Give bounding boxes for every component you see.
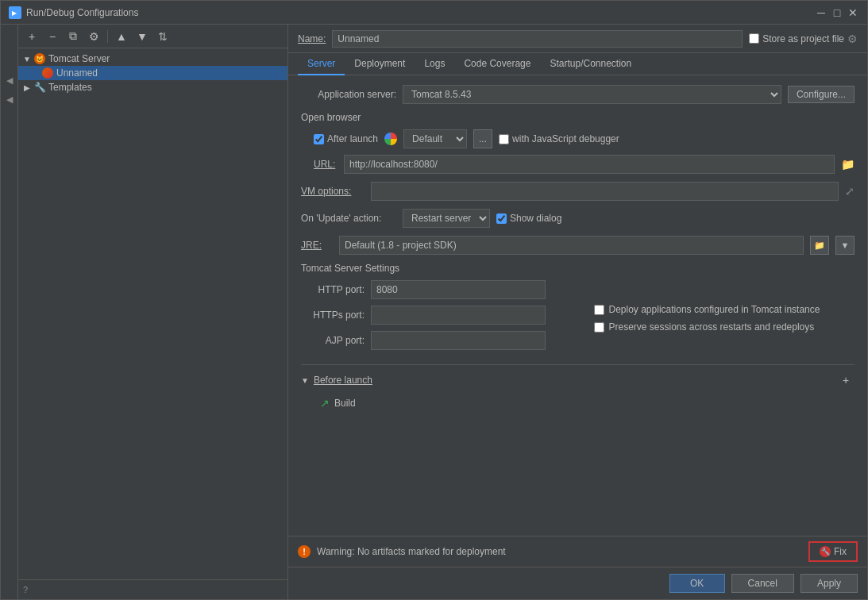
name-row: Name: Store as project file ⚙ — [288, 25, 867, 53]
ajp-port-row: AJP port: — [301, 331, 575, 350]
tree-group-templates[interactable]: ▶ 🔧 Templates — [18, 80, 287, 94]
preserve-row: Preserve sessions across restarts and re… — [594, 321, 855, 333]
browser-dots-button[interactable]: ... — [473, 129, 492, 148]
fix-label: Fix — [834, 546, 847, 557]
store-gear-button[interactable]: ⚙ — [847, 33, 858, 45]
jre-row: JRE: 📁 ▼ — [301, 236, 854, 255]
ajp-port-label: AJP port: — [301, 335, 365, 346]
side-icon-2[interactable]: ◀ — [2, 91, 17, 107]
warning-icon: ! — [298, 545, 311, 558]
side-icon-strip: ◀ ◀ — [1, 25, 18, 599]
name-label: Name: — [298, 33, 326, 44]
js-debugger-checkbox[interactable] — [499, 134, 509, 144]
url-input[interactable] — [344, 155, 835, 174]
right-panel: Name: Store as project file ⚙ Server Dep… — [288, 25, 867, 599]
show-dialog-label: Show dialog — [510, 213, 561, 224]
app-server-label: Application server: — [301, 89, 396, 100]
https-port-input[interactable] — [371, 306, 546, 325]
ok-button[interactable]: OK — [669, 574, 725, 593]
url-folder-button[interactable]: 📁 — [841, 158, 854, 171]
tab-deployment[interactable]: Deployment — [345, 53, 415, 75]
deploy-label: Deploy applications configured in Tomcat… — [609, 304, 820, 315]
jre-label: JRE: — [301, 240, 333, 251]
app-icon: ▶ — [9, 6, 21, 19]
title-controls: ─ □ ✕ — [815, 6, 859, 19]
js-debugger-label: with JavaScript debugger — [499, 133, 619, 144]
warning-text: Warning: No artifacts marked for deploym… — [317, 546, 802, 557]
preserve-checkbox[interactable] — [594, 322, 604, 333]
chrome-icon — [384, 133, 397, 145]
tree-item-unnamed[interactable]: Unnamed — [18, 66, 287, 80]
maximize-button[interactable]: □ — [831, 6, 843, 19]
cancel-button[interactable]: Cancel — [731, 574, 794, 593]
remove-config-button[interactable]: − — [44, 28, 61, 45]
https-port-label: HTTPs port: — [301, 310, 365, 321]
on-update-row: On 'Update' action: Restart server Show … — [301, 209, 854, 228]
sort-button[interactable]: ⇅ — [154, 28, 172, 45]
main-content: ◀ ◀ + − ⧉ ⚙ ▲ ▼ ⇅ ▼ 🐱 Tomcat Server — [1, 25, 867, 599]
apply-button[interactable]: Apply — [800, 574, 858, 593]
left-toolbar: + − ⧉ ⚙ ▲ ▼ ⇅ — [18, 25, 287, 48]
toolbar-separator — [107, 30, 108, 43]
move-down-button[interactable]: ▼ — [133, 28, 151, 45]
vm-options-label: VM options: — [301, 186, 365, 197]
open-browser-section: Open browser After launch Default ... — [301, 112, 854, 174]
settings-grid: HTTP port: HTTPs port: AJP port: — [301, 280, 854, 356]
before-launch-label: Before launch — [314, 375, 372, 386]
unnamed-item-label: Unnamed — [56, 67, 98, 79]
open-browser-header: Open browser — [301, 112, 854, 123]
http-port-input[interactable] — [371, 280, 546, 299]
on-update-label: On 'Update' action: — [301, 213, 396, 224]
jre-folder-button[interactable]: 📁 — [810, 236, 829, 255]
tab-server[interactable]: Server — [298, 53, 345, 75]
close-button[interactable]: ✕ — [847, 6, 859, 19]
configure-button[interactable]: Configure... — [788, 86, 854, 103]
browser-row: After launch Default ... with JavaScript… — [314, 129, 854, 148]
ajp-port-input[interactable] — [371, 331, 546, 350]
app-server-select[interactable]: Tomcat 8.5.43 — [403, 85, 781, 104]
before-launch-arrow[interactable]: ▼ — [301, 376, 309, 385]
vm-expand-button[interactable]: ⤢ — [845, 185, 854, 198]
before-launch-header: ▼ Before launch + — [301, 371, 854, 389]
add-task-button[interactable]: + — [837, 371, 854, 389]
url-row: URL: 📁 — [314, 155, 854, 174]
svg-text:▶: ▶ — [12, 10, 17, 17]
fix-button[interactable]: 🔧 Fix — [808, 541, 858, 562]
js-debugger-text: with JavaScript debugger — [512, 133, 619, 144]
app-server-row: Application server: Tomcat 8.5.43 Config… — [301, 85, 854, 104]
jre-dropdown-button[interactable]: ▼ — [835, 236, 854, 255]
fix-icon: 🔧 — [820, 546, 831, 557]
show-dialog-checkbox[interactable] — [496, 213, 507, 224]
ports-column: HTTP port: HTTPs port: AJP port: — [301, 280, 575, 356]
deploy-checkbox[interactable] — [594, 305, 604, 315]
side-icon-1[interactable]: ◀ — [2, 72, 17, 88]
jre-input[interactable] — [339, 236, 804, 255]
config-tree: ▼ 🐱 Tomcat Server Unnamed ▶ 🔧 Templates — [18, 48, 287, 579]
browser-select[interactable]: Default — [403, 129, 467, 148]
settings-config-button[interactable]: ⚙ — [85, 28, 102, 45]
tab-logs[interactable]: Logs — [415, 53, 454, 75]
copy-config-button[interactable]: ⧉ — [64, 28, 82, 45]
deploy-column: Deploy applications configured in Tomcat… — [581, 280, 855, 356]
store-project-checkbox[interactable] — [749, 33, 759, 44]
vm-options-input[interactable] — [371, 182, 839, 201]
title-bar-left: ▶ Run/Debug Configurations — [9, 6, 138, 19]
name-input[interactable] — [332, 30, 743, 48]
tab-code-coverage[interactable]: Code Coverage — [454, 53, 540, 75]
action-bar: OK Cancel Apply — [288, 567, 867, 599]
tomcat-settings-section: Tomcat Server Settings HTTP port: HTTPs … — [301, 263, 854, 356]
add-config-button[interactable]: + — [23, 28, 41, 45]
help-icon: ? — [23, 585, 28, 594]
tab-startup-connection[interactable]: Startup/Connection — [540, 53, 641, 75]
minimize-button[interactable]: ─ — [815, 6, 827, 19]
store-project-area: Store as project file ⚙ — [749, 33, 858, 45]
after-launch-checkbox[interactable] — [314, 134, 324, 144]
move-up-button[interactable]: ▲ — [113, 28, 130, 45]
deploy-row: Deploy applications configured in Tomcat… — [594, 304, 855, 315]
tree-group-tomcat[interactable]: ▼ 🐱 Tomcat Server — [18, 52, 287, 66]
warning-bar: ! Warning: No artifacts marked for deplo… — [288, 537, 867, 567]
on-update-select[interactable]: Restart server — [403, 209, 490, 228]
help-button[interactable]: ? — [18, 579, 287, 599]
tomcat-arrow: ▼ — [23, 55, 31, 63]
url-label: URL: — [314, 159, 338, 170]
